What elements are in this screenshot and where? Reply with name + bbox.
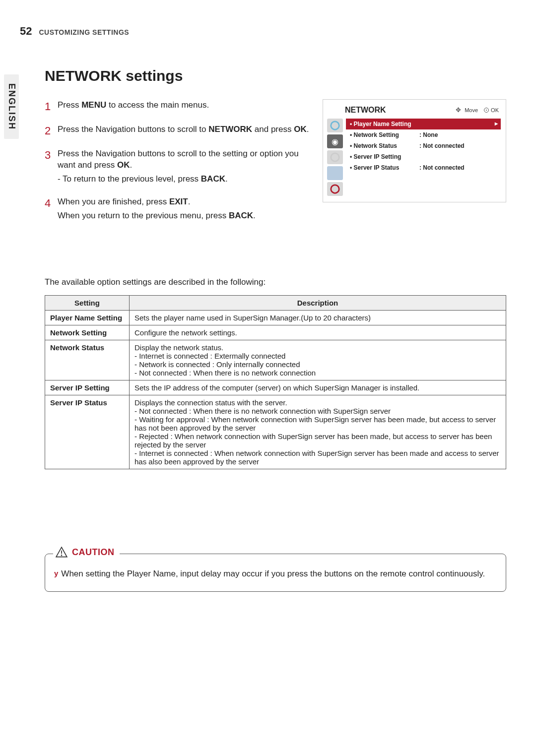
osd-move-control: Move OK xyxy=(456,107,499,114)
osd-list: • Player Name Setting • Network Setting … xyxy=(346,119,501,196)
osd-item-server-ip-status[interactable]: • Server IP Status : Not connected xyxy=(346,162,501,173)
osd-tab-icon xyxy=(327,150,343,164)
svg-point-1 xyxy=(331,153,339,162)
caution-text: When setting the Player Name, input dela… xyxy=(61,568,485,580)
page-header-text: CUSTOMIZING SETTINGS xyxy=(39,28,129,36)
osd-network-panel: NETWORK Move OK ◉ xyxy=(323,99,506,202)
page-number: 52 xyxy=(20,25,32,38)
bullet-marker: y xyxy=(54,568,58,580)
caution-box: CAUTION y When setting the Player Name, … xyxy=(45,554,506,592)
svg-point-2 xyxy=(331,185,339,193)
step-4: 4 When you are finished, press EXIT. Whe… xyxy=(45,196,313,224)
svg-point-0 xyxy=(331,122,339,130)
table-header-setting: Setting xyxy=(45,295,130,310)
table-row: Player Name Setting Sets the player name… xyxy=(45,310,506,325)
osd-tab-icon xyxy=(327,182,343,196)
table-header-description: Description xyxy=(130,295,506,310)
osd-tab-icon: ◉ xyxy=(327,134,343,148)
osd-item-server-ip-setting[interactable]: • Server IP Setting xyxy=(346,151,501,162)
move-icon xyxy=(456,107,463,114)
table-row: Network Status Display the network statu… xyxy=(45,340,506,380)
step-1: 1 Press MENU to access the main menus. xyxy=(45,99,313,115)
osd-tab-icon xyxy=(327,119,343,132)
step-3: 3 Press the Navigation buttons to scroll… xyxy=(45,148,313,187)
table-row: Network Setting Configure the network se… xyxy=(45,325,506,340)
osd-title: NETWORK xyxy=(345,106,456,115)
ok-icon xyxy=(484,108,489,113)
osd-sidebar: ◉ xyxy=(327,119,343,196)
osd-tab-icon xyxy=(327,166,343,180)
table-row: Server IP Setting Sets the IP address of… xyxy=(45,380,506,395)
page-header: 52 CUSTOMIZING SETTINGS xyxy=(20,25,506,38)
warning-icon xyxy=(55,546,68,559)
step-number: 2 xyxy=(45,124,58,139)
osd-item-player-name[interactable]: • Player Name Setting xyxy=(346,119,501,129)
options-table: Setting Description Player Name Setting … xyxy=(45,295,506,469)
svg-point-4 xyxy=(61,555,63,556)
caution-heading: CAUTION xyxy=(53,546,120,559)
step-number: 3 xyxy=(45,148,58,187)
table-intro: The available option settings are descri… xyxy=(45,277,506,287)
osd-item-network-setting[interactable]: • Network Setting : None xyxy=(346,129,501,140)
section-title: NETWORK settings xyxy=(45,67,506,84)
table-row: Server IP Status Displays the connection… xyxy=(45,395,506,469)
osd-item-network-status[interactable]: • Network Status : Not connected xyxy=(346,140,501,151)
language-tab: ENGLISH xyxy=(4,74,19,139)
step-2: 2 Press the Navigation buttons to scroll… xyxy=(45,124,313,139)
step-number: 1 xyxy=(45,99,58,115)
step-number: 4 xyxy=(45,196,58,224)
